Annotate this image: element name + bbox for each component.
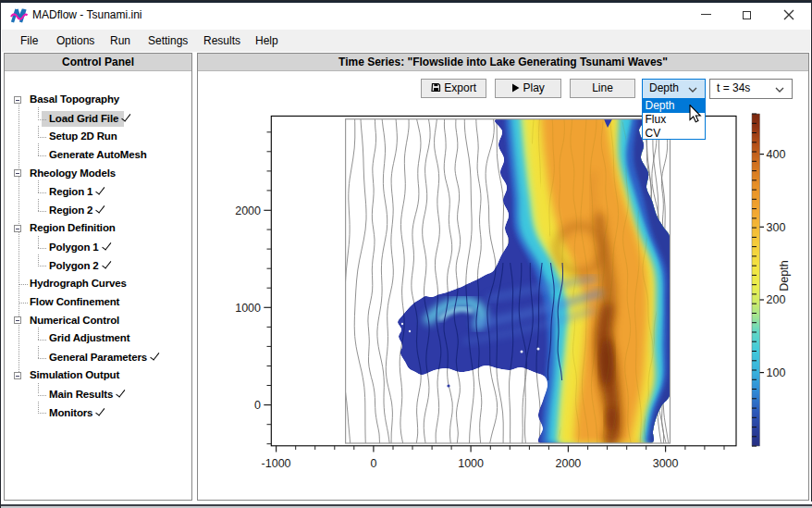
svg-text:0: 0: [370, 457, 376, 470]
svg-text:300: 300: [767, 221, 786, 234]
svg-text:1000: 1000: [235, 302, 261, 315]
svg-text:2000: 2000: [235, 204, 261, 217]
svg-text:Depth: Depth: [778, 260, 791, 291]
svg-text:2000: 2000: [555, 457, 581, 470]
svg-text:1000: 1000: [458, 457, 484, 470]
svg-text:100: 100: [767, 366, 786, 379]
svg-text:-1000: -1000: [262, 457, 291, 470]
svg-text:0: 0: [254, 399, 261, 412]
svg-text:3000: 3000: [653, 457, 679, 470]
svg-text:400: 400: [767, 148, 786, 161]
svg-text:200: 200: [767, 293, 786, 306]
